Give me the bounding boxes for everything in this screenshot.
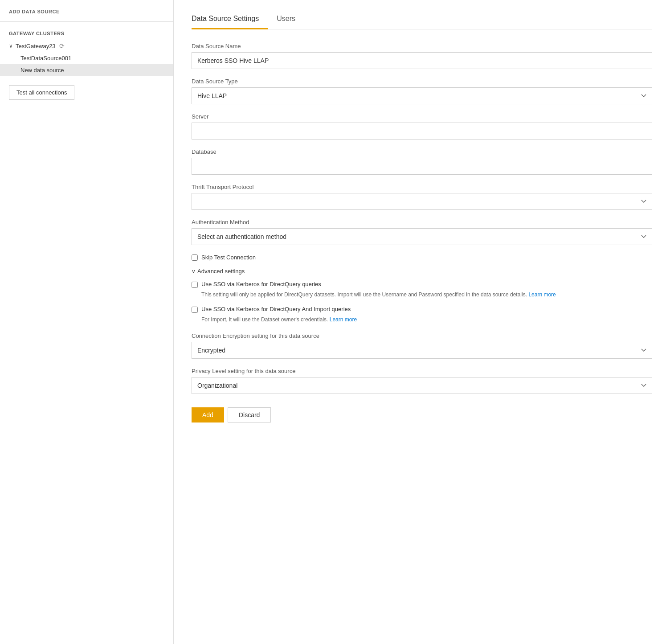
thrift-label: Thrift Transport Protocol [192, 184, 652, 190]
sso-directquery-group: Use SSO via Kerberos for DirectQuery que… [192, 281, 652, 288]
thrift-group: Thrift Transport Protocol [192, 184, 652, 210]
sso-import-checkbox[interactable] [192, 307, 198, 313]
sso-directquery-learn-more-link[interactable]: Learn more [528, 291, 556, 298]
refresh-icon: ⟳ [59, 42, 65, 49]
tabs: Data Source Settings Users [192, 9, 652, 29]
thrift-select[interactable] [192, 193, 652, 210]
privacy-select[interactable]: Organizational [192, 377, 652, 394]
database-group: Database [192, 148, 652, 175]
auth-method-select[interactable]: Select an authentication method [192, 228, 652, 245]
sso-directquery-label[interactable]: Use SSO via Kerberos for DirectQuery que… [201, 281, 321, 287]
sso-import-hint-text: For Import, it will use the Dataset owne… [201, 316, 328, 323]
add-button[interactable]: Add [192, 407, 224, 422]
advanced-settings-group: ∨ Advanced settings Use SSO via Kerberos… [192, 268, 652, 324]
chevron-icon: ∨ [192, 268, 196, 275]
encryption-group: Connection Encryption setting for this d… [192, 332, 652, 359]
sso-directquery-hint-text: This setting will only be applied for Di… [201, 291, 527, 298]
test-all-connections-button[interactable]: Test all connections [9, 85, 74, 100]
encryption-select[interactable]: Encrypted [192, 342, 652, 359]
auth-method-group: Authentication Method Select an authenti… [192, 219, 652, 245]
datasource-type-group: Data Source Type Hive LLAP [192, 78, 652, 104]
discard-button[interactable]: Discard [228, 407, 271, 422]
skip-test-connection-checkbox[interactable] [192, 254, 198, 261]
sso-directquery-hint: This setting will only be applied for Di… [201, 291, 652, 299]
gateway-clusters-title: GATEWAY CLUSTERS [0, 22, 173, 40]
privacy-group: Privacy Level setting for this data sour… [192, 368, 652, 394]
skip-test-connection-group: Skip Test Connection [192, 254, 652, 261]
advanced-settings-label: Advanced settings [197, 268, 245, 275]
datasource-name-label: Data Source Name [192, 43, 652, 49]
sidebar: ADD DATA SOURCE GATEWAY CLUSTERS ∨ TestG… [0, 0, 174, 644]
sso-import-label[interactable]: Use SSO via Kerberos for DirectQuery And… [201, 306, 351, 312]
datasource-item-new[interactable]: New data source [0, 64, 173, 76]
sidebar-header: ADD DATA SOURCE [0, 9, 173, 22]
main-content: Data Source Settings Users Data Source N… [174, 0, 670, 644]
skip-test-connection-label[interactable]: Skip Test Connection [201, 254, 256, 261]
datasource-type-label: Data Source Type [192, 78, 652, 85]
database-input[interactable] [192, 158, 652, 175]
auth-method-label: Authentication Method [192, 219, 652, 226]
datasource-type-select[interactable]: Hive LLAP [192, 87, 652, 104]
datasource-name-input[interactable] [192, 52, 652, 69]
sso-import-group: Use SSO via Kerberos for DirectQuery And… [192, 306, 652, 313]
encryption-label: Connection Encryption setting for this d… [192, 332, 652, 339]
gateway-name: TestGateway23 [16, 43, 56, 49]
chevron-down-icon: ∨ [9, 43, 13, 49]
datasource-item-1[interactable]: TestDataSource001 [0, 52, 173, 64]
action-buttons: Add Discard [192, 407, 652, 422]
database-label: Database [192, 148, 652, 155]
privacy-label: Privacy Level setting for this data sour… [192, 368, 652, 374]
tab-users[interactable]: Users [277, 9, 304, 29]
tab-data-source-settings[interactable]: Data Source Settings [192, 9, 268, 29]
advanced-settings-toggle[interactable]: ∨ Advanced settings [192, 268, 652, 275]
sso-import-learn-more-link[interactable]: Learn more [330, 316, 357, 323]
sso-import-hint: For Import, it will use the Dataset owne… [201, 316, 652, 324]
datasource-name-group: Data Source Name [192, 43, 652, 69]
gateway-item[interactable]: ∨ TestGateway23 ⟳ [0, 40, 173, 52]
server-label: Server [192, 113, 652, 120]
sso-directquery-checkbox[interactable] [192, 282, 198, 288]
server-group: Server [192, 113, 652, 139]
server-input[interactable] [192, 123, 652, 139]
